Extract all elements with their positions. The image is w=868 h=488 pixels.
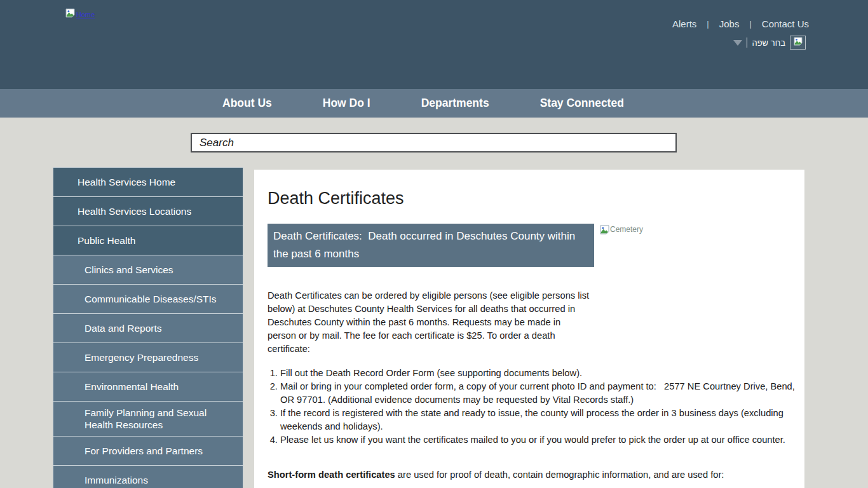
sidebar-menu: Health Services Home Health Services Loc… xyxy=(53,167,243,488)
list-item: Fill out the Death Record Order Form (se… xyxy=(280,367,795,380)
broken-image-icon xyxy=(65,8,75,20)
jobs-link[interactable]: Jobs xyxy=(719,18,740,29)
sidebar-item-label: Immunizations xyxy=(85,474,148,486)
sidebar-item-label: For Providers and Partners xyxy=(85,445,203,457)
sidebar-item-family-planning[interactable]: Family Planning and Sexual Health Resour… xyxy=(53,402,243,437)
sidebar-item-label: Environmental Health xyxy=(85,381,179,393)
sidebar-item-communicable-diseases[interactable]: Communicable Diseases/STIs xyxy=(53,285,243,314)
language-divider xyxy=(747,37,747,48)
death-certificates-banner: Death Certificates: Death occurred in De… xyxy=(268,224,594,267)
sidebar-item-label: Data and Reports xyxy=(85,322,162,334)
list-item: If the record is registered with the sta… xyxy=(280,407,795,433)
nav-departments[interactable]: Departments xyxy=(421,97,489,110)
content-panel: Death Certificates Death Certificates: D… xyxy=(254,170,804,488)
nav-stay-connected[interactable]: Stay Connected xyxy=(540,97,624,110)
translate-image-button[interactable] xyxy=(790,36,806,50)
short-form-rest: are used for proof of death, contain dem… xyxy=(395,470,724,480)
utility-nav: Alerts | Jobs | Contact Us xyxy=(672,18,809,29)
page-title: Death Certificates xyxy=(268,189,404,208)
list-item: Please let us know if you want the certi… xyxy=(280,433,795,447)
chevron-down-icon[interactable] xyxy=(733,40,742,46)
contact-us-link[interactable]: Contact Us xyxy=(762,18,809,29)
sidebar-item-label: Health Services Locations xyxy=(78,205,191,217)
home-alt-text: Home xyxy=(76,11,95,18)
sidebar-item-health-services-locations[interactable]: Health Services Locations xyxy=(53,197,243,226)
broken-image-icon xyxy=(794,37,803,48)
intro-paragraph: Death Certificates can be ordered by eli… xyxy=(268,289,590,356)
sidebar-item-label: Emergency Preparedness xyxy=(85,351,198,363)
utility-separator: | xyxy=(749,19,751,29)
sidebar-item-public-health[interactable]: Public Health xyxy=(53,226,243,255)
sidebar-item-label: Health Services Home xyxy=(78,176,175,188)
cemetery-image: Cemetery xyxy=(600,225,643,237)
nav-how-do-i[interactable]: How Do I xyxy=(323,97,370,110)
search-input[interactable] xyxy=(191,133,677,152)
site-header: Home Alerts | Jobs | Contact Us בחר שפה xyxy=(0,0,868,89)
home-logo-link[interactable]: Home xyxy=(65,8,95,20)
language-selector[interactable]: בחר שפה xyxy=(733,36,806,50)
sidebar-item-clinics-and-services[interactable]: Clinics and Services xyxy=(53,255,243,285)
language-label: בחר שפה xyxy=(752,38,785,48)
sidebar-item-label: Clinics and Services xyxy=(85,264,173,276)
broken-image-icon xyxy=(600,225,609,237)
list-item: Mail or bring in your completed order fo… xyxy=(280,380,795,407)
sidebar-item-label: Public Health xyxy=(78,234,135,247)
sidebar-item-for-providers-and-partners[interactable]: For Providers and Partners xyxy=(53,437,243,466)
sidebar-item-label: Family Planning and Sexual Health Resour… xyxy=(85,407,235,431)
alerts-link[interactable]: Alerts xyxy=(672,18,696,29)
cemetery-alt-text: Cemetery xyxy=(610,225,643,234)
sidebar-item-immunizations[interactable]: Immunizations xyxy=(53,466,243,488)
sidebar-item-data-and-reports[interactable]: Data and Reports xyxy=(53,314,243,343)
order-steps-list: Fill out the Death Record Order Form (se… xyxy=(268,367,795,447)
sidebar-item-health-services-home[interactable]: Health Services Home xyxy=(53,168,243,197)
sidebar-item-label: Communicable Diseases/STIs xyxy=(85,293,217,305)
sidebar-item-environmental-health[interactable]: Environmental Health xyxy=(53,372,243,402)
nav-about-us[interactable]: About Us xyxy=(222,97,272,110)
short-form-paragraph: Short-form death certificates are used f… xyxy=(268,468,795,482)
main-nav: About Us How Do I Departments Stay Conne… xyxy=(0,89,868,118)
page: Home Alerts | Jobs | Contact Us בחר שפה xyxy=(0,0,868,488)
utility-separator: | xyxy=(707,19,709,29)
short-form-bold: Short-form death certificates xyxy=(268,470,395,480)
sidebar-item-emergency-preparedness[interactable]: Emergency Preparedness xyxy=(53,343,243,372)
